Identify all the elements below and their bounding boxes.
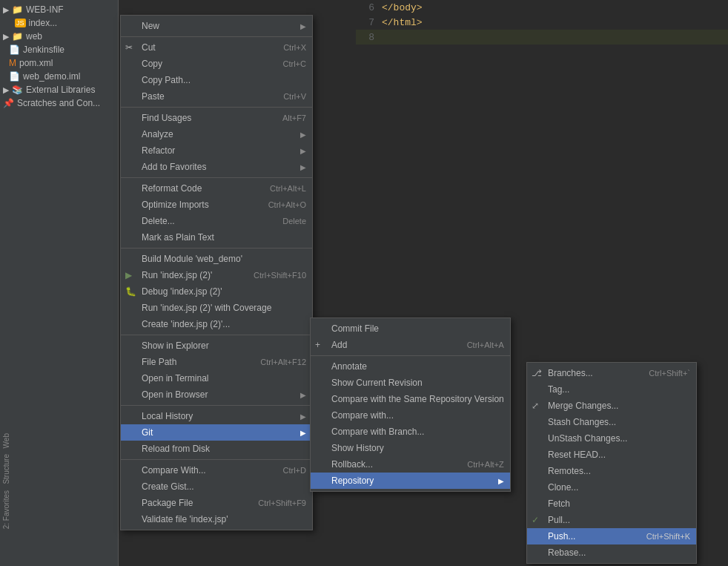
- ctx-item-git[interactable]: Git ▶: [121, 424, 312, 441]
- separator: [121, 335, 312, 335]
- sidebar-item-web[interactable]: ▶ 📁 web: [0, 30, 118, 43]
- submenu-arrow-icon: ▶: [498, 477, 504, 485]
- ctx-item-local-history[interactable]: Local History ▶: [121, 408, 312, 424]
- ctx-item-mark-plain[interactable]: Mark as Plain Text: [121, 229, 312, 246]
- ctx-item-tag[interactable]: Tag...: [527, 381, 696, 398]
- separator: [121, 248, 312, 249]
- shortcut-label: Ctrl+X: [268, 43, 306, 52]
- separator: [121, 36, 312, 37]
- ctx-item-branches[interactable]: ⎇ Branches... Ctrl+Shift+`: [527, 365, 696, 381]
- sidebar-item-scratches[interactable]: 📌 Scratches and Con...: [0, 96, 118, 110]
- ctx-item-label: Optimize Imports: [142, 200, 209, 210]
- separator: [121, 459, 312, 460]
- ctx-item-show-explorer[interactable]: Show in Explorer: [121, 338, 312, 354]
- separator: [121, 405, 312, 406]
- vtab-favorites[interactable]: 2: Favorites: [0, 487, 13, 532]
- ctx-item-label: Create 'index.jsp (2)'...: [142, 319, 230, 329]
- ctx-item-unstash-changes[interactable]: UnStash Changes...: [527, 430, 696, 447]
- ctx-item-annotate[interactable]: Annotate: [311, 358, 510, 375]
- ctx-item-label: Rebase...: [548, 547, 586, 558]
- ctx-item-show-history[interactable]: Show History: [311, 440, 510, 456]
- sidebar-item-jenkinsfile[interactable]: 📄 Jenkinsfile: [0, 43, 118, 56]
- sidebar-item-index[interactable]: JS index...: [0, 16, 118, 30]
- vtab-web[interactable]: Web: [0, 430, 13, 451]
- ctx-item-reformat-code[interactable]: Reformat Code Ctrl+Alt+L: [121, 180, 312, 197]
- ctx-item-compare-same-repo[interactable]: Compare with the Same Repository Version: [311, 391, 510, 407]
- ctx-item-create[interactable]: Create 'index.jsp (2)'...: [121, 316, 312, 332]
- ctx-item-show-current-revision[interactable]: Show Current Revision: [311, 375, 510, 391]
- vtab-structure[interactable]: Structure: [0, 451, 13, 487]
- ctx-item-refactor[interactable]: Refactor ▶: [121, 142, 312, 159]
- ctx-item-push[interactable]: Push... Ctrl+Shift+K: [527, 528, 696, 544]
- ctx-item-label: Package File: [142, 498, 193, 508]
- ctx-item-add-to-favorites[interactable]: Add to Favorites ▶: [121, 159, 312, 175]
- ctx-item-label: Branches...: [548, 368, 593, 378]
- ctx-item-rebase[interactable]: Rebase...: [527, 544, 696, 561]
- ctx-item-fetch[interactable]: Fetch: [527, 496, 696, 512]
- line-number-7: 7: [356, 17, 382, 28]
- ctx-item-paste[interactable]: Paste Ctrl+V: [121, 88, 312, 105]
- ctx-item-clone[interactable]: Clone...: [527, 479, 696, 496]
- ctx-item-label: Compare with Branch...: [331, 427, 424, 437]
- ctx-item-optimize-imports[interactable]: Optimize Imports Ctrl+Alt+O: [121, 197, 312, 213]
- ctx-item-rollback[interactable]: Rollback... Ctrl+Alt+Z: [311, 456, 510, 473]
- ctx-item-remotes[interactable]: Remotes...: [527, 463, 696, 479]
- ctx-item-create-gist[interactable]: Create Gist...: [121, 478, 312, 495]
- ctx-item-stash-changes[interactable]: Stash Changes...: [527, 414, 696, 430]
- ctx-item-label: Compare with the Same Repository Version: [331, 394, 504, 404]
- ctx-item-label: Mark as Plain Text: [142, 232, 214, 243]
- ctx-item-run-coverage[interactable]: Run 'index.jsp (2)' with Coverage: [121, 300, 312, 316]
- folder-icon: 📁: [12, 31, 23, 42]
- ctx-item-copy[interactable]: Copy Ctrl+C: [121, 56, 312, 72]
- ctx-item-add[interactable]: + Add Ctrl+Alt+A: [311, 337, 510, 353]
- folder-arrow-icon: ▶: [3, 32, 9, 42]
- line-content-6: </body>: [382, 2, 423, 13]
- sidebar-item-webinf[interactable]: ▶ 📁 WEB-INF: [0, 3, 118, 16]
- ctx-item-delete[interactable]: Delete... Delete: [121, 213, 312, 229]
- run-icon: ▶: [125, 270, 132, 280]
- ctx-item-analyze[interactable]: Analyze ▶: [121, 126, 312, 142]
- sidebar-item-label: Scratches and Con...: [17, 98, 100, 108]
- ctx-item-label: File Path: [142, 357, 176, 367]
- sidebar-item-label: Jenkinsfile: [23, 45, 64, 55]
- ctx-item-file-path[interactable]: File Path Ctrl+Alt+F12: [121, 354, 312, 370]
- submenu-arrow-icon: ▶: [300, 131, 306, 139]
- ctx-item-label: Find Usages: [142, 113, 191, 123]
- git-branch-icon: ⎇: [532, 368, 542, 378]
- ctx-item-package-file[interactable]: Package File Ctrl+Shift+F9: [121, 495, 312, 511]
- sidebar-item-external-libs[interactable]: ▶ 📚 External Libraries: [0, 83, 118, 96]
- sidebar-item-webdemo-iml[interactable]: 📄 web_demo.iml: [0, 70, 118, 83]
- code-line-7: 7 </html>: [356, 15, 728, 30]
- ctx-item-compare-with-git[interactable]: Compare with...: [311, 407, 510, 424]
- ctx-item-compare-branch[interactable]: Compare with Branch...: [311, 424, 510, 440]
- ctx-item-commit-file[interactable]: Commit File: [311, 320, 510, 337]
- ctx-item-new[interactable]: New ▶: [121, 18, 312, 34]
- ctx-item-reset-head[interactable]: Reset HEAD...: [527, 447, 696, 463]
- ctx-item-validate-file[interactable]: Validate file 'index.jsp': [121, 511, 312, 527]
- ctx-item-repository[interactable]: Repository ▶: [311, 473, 510, 489]
- folder-icon: 📁: [12, 4, 23, 15]
- ctx-item-pull[interactable]: ✓ Pull...: [527, 512, 696, 528]
- ctx-item-open-browser[interactable]: Open in Browser ▶: [121, 386, 312, 403]
- ctx-item-label: Build Module 'web_demo': [142, 254, 242, 264]
- ctx-item-compare-with[interactable]: Compare With... Ctrl+D: [121, 462, 312, 478]
- ctx-item-label: Local History: [142, 411, 193, 421]
- ctx-item-cut[interactable]: ✂ Cut Ctrl+X: [121, 39, 312, 56]
- ctx-item-run[interactable]: ▶ Run 'index.jsp (2)' Ctrl+Shift+F10: [121, 267, 312, 283]
- ctx-item-merge-changes[interactable]: ⤢ Merge Changes...: [527, 398, 696, 414]
- ctx-item-label: Show Current Revision: [331, 378, 423, 388]
- ctx-item-build-module[interactable]: Build Module 'web_demo': [121, 251, 312, 267]
- ctx-item-open-terminal[interactable]: Open in Terminal: [121, 370, 312, 386]
- ctx-item-find-usages[interactable]: Find Usages Alt+F7: [121, 110, 312, 126]
- folder-arrow-icon: ▶: [3, 5, 9, 15]
- ctx-item-label: Copy Path...: [142, 75, 191, 85]
- sidebar-item-pomxml[interactable]: M pom.xml: [0, 56, 118, 70]
- ctx-item-label: Delete...: [142, 216, 175, 226]
- lib-icon: 📚: [12, 85, 23, 95]
- ctx-item-label: Tag...: [548, 384, 569, 395]
- ctx-item-copy-path[interactable]: Copy Path...: [121, 72, 312, 88]
- ctx-item-label: Git: [142, 427, 153, 438]
- shortcut-label: Delete: [268, 217, 306, 226]
- ctx-item-debug[interactable]: 🐛 Debug 'index.jsp (2)': [121, 283, 312, 300]
- ctx-item-reload-disk[interactable]: Reload from Disk: [121, 441, 312, 457]
